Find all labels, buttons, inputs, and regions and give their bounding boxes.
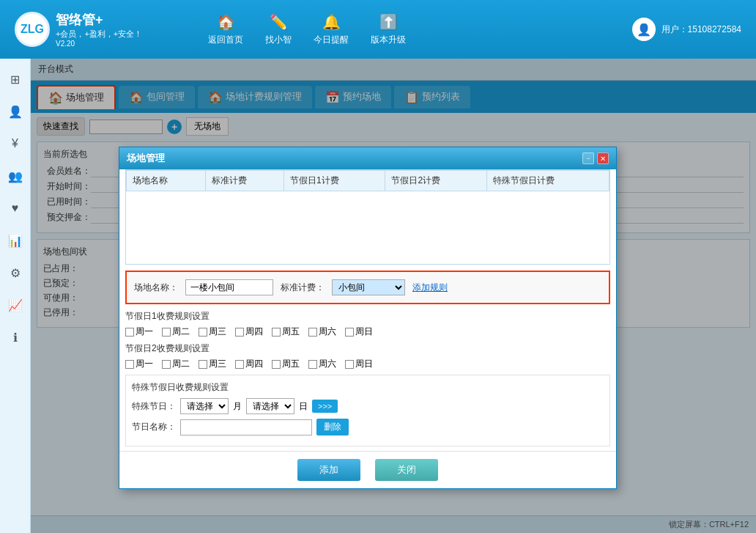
venue-table: 场地名称 标准计费 节假日1计费 节假日2计费 特殊节假日计费	[126, 170, 609, 191]
upgrade-nav-icon: ⬆️	[379, 13, 398, 31]
nav-assistant[interactable]: ✏️ 找小智	[265, 13, 292, 46]
sidebar-icon-trend[interactable]: 📈	[2, 292, 29, 318]
logo-area: ZLG 智络管+ +会员，+盈利，+安全！ V2.20	[15, 11, 142, 48]
col-standard-fee: 标准计费	[205, 171, 284, 191]
standard-fee-form-label: 标准计费：	[281, 282, 325, 294]
holiday-name-label: 节日名称：	[132, 421, 176, 433]
holiday1-thu[interactable]: 周四	[235, 326, 263, 338]
holiday1-mon[interactable]: 周一	[125, 326, 153, 338]
col-holiday1-fee: 节假日1计费	[284, 171, 385, 191]
nav-reminder[interactable]: 🔔 今日提醒	[314, 13, 349, 46]
nav-upgrade[interactable]: ⬆️ 版本升级	[371, 13, 406, 46]
special-holiday-label: 特殊节日：	[132, 400, 176, 413]
sidebar-icon-member[interactable]: 👤	[2, 98, 29, 125]
user-label: 用户：15108272584	[662, 23, 741, 36]
delete-button[interactable]: 删除	[316, 419, 349, 435]
holiday1-title: 节假日1收费规则设置	[125, 310, 610, 323]
holiday1-mon-checkbox[interactable]	[125, 328, 134, 337]
venue-table-container: 场地名称 标准计费 节假日1计费 节假日2计费 特殊节假日计费	[125, 169, 610, 265]
sidebar-icon-chart[interactable]: 📊	[2, 227, 29, 254]
holiday1-fri-checkbox[interactable]	[272, 328, 281, 337]
holiday2-thu[interactable]: 周四	[235, 358, 263, 370]
assistant-nav-icon: ✏️	[270, 13, 288, 31]
day-label: 日	[299, 400, 308, 413]
holiday1-tue-checkbox[interactable]	[162, 328, 171, 337]
sidebar-icon-info[interactable]: ℹ	[2, 324, 29, 350]
reminder-nav-icon: 🔔	[322, 13, 341, 31]
holiday2-tue[interactable]: 周二	[162, 358, 190, 370]
special-holiday-date-row: 特殊节日： 请选择 月 请选择 日 >>>	[132, 398, 604, 414]
venue-name-input[interactable]	[185, 279, 273, 295]
user-avatar: 👤	[632, 18, 656, 41]
holiday2-mon[interactable]: 周一	[125, 358, 153, 370]
holiday2-wed[interactable]: 周三	[199, 358, 226, 370]
holiday1-days-row: 周一 周二 周三 周四 周五 周六 周日	[125, 326, 610, 338]
holiday2-fri-checkbox[interactable]	[272, 360, 281, 369]
sidebar-icon-money[interactable]: ¥	[2, 131, 29, 157]
header: ZLG 智络管+ +会员，+盈利，+安全！ V2.20 🏠 返回首页 ✏️ 找小…	[0, 0, 756, 59]
holiday1-sun-checkbox[interactable]	[345, 328, 354, 337]
holiday1-tue[interactable]: 周二	[162, 326, 190, 338]
close-modal-button[interactable]: 关闭	[375, 459, 438, 481]
day-select[interactable]: 请选择	[246, 398, 294, 414]
home-nav-icon: 🏠	[217, 13, 235, 31]
holiday1-sat[interactable]: 周六	[308, 326, 336, 338]
header-right: 👤 用户：15108272584	[632, 18, 741, 41]
holiday1-sat-checkbox[interactable]	[308, 328, 317, 337]
sidebar-icon-settings[interactable]: ⚙	[2, 260, 29, 286]
app-version: V2.20	[56, 40, 142, 48]
col-venue-name: 场地名称	[127, 171, 206, 191]
add-button[interactable]: 添加	[297, 459, 360, 481]
holiday2-sun[interactable]: 周日	[345, 358, 373, 370]
month-select[interactable]: 请选择	[180, 398, 229, 414]
modal-title: 场地管理	[127, 152, 165, 165]
sidebar: ⊞ 👤 ¥ 👥 ♥ 📊 ⚙ 📈 ℹ	[0, 59, 31, 533]
holiday2-sat[interactable]: 周六	[308, 358, 336, 370]
holiday1-wed[interactable]: 周三	[199, 326, 226, 338]
modal-close-button[interactable]: ✕	[597, 152, 609, 164]
holiday1-wed-checkbox[interactable]	[199, 328, 207, 337]
holiday1-section: 节假日1收费规则设置 周一 周二 周三 周四 周五 周六 周日	[125, 310, 610, 338]
holiday2-mon-checkbox[interactable]	[125, 360, 134, 369]
add-rule-link[interactable]: 添加规则	[412, 282, 448, 294]
holiday2-sun-checkbox[interactable]	[345, 360, 354, 369]
logo-icon: ZLG	[15, 12, 50, 47]
sidebar-icon-people[interactable]: 👥	[2, 163, 29, 189]
main-area: 开台模式 🏠 场地管理 🏠 包间管理 🏠 场地计费规则管理 📅 预约场地 📋 预…	[31, 59, 756, 533]
holiday2-sat-checkbox[interactable]	[308, 360, 317, 369]
special-holiday-section: 特殊节假日收费规则设置 特殊节日： 请选择 月 请选择 日 >>> 节日名称： …	[125, 375, 610, 446]
holiday-name-input[interactable]	[180, 419, 312, 435]
standard-fee-select[interactable]: 小包间 中包间 大包间 标准	[332, 279, 405, 295]
venue-form-row: 场地名称： 标准计费： 小包间 中包间 大包间 标准 添加规则	[134, 279, 601, 295]
nav-home[interactable]: 🏠 返回首页	[208, 13, 243, 46]
modal-footer: 添加 关闭	[119, 451, 616, 488]
special-holiday-title: 特殊节假日收费规则设置	[132, 381, 604, 394]
holiday-name-row: 节日名称： 删除	[132, 419, 604, 435]
venue-management-modal: 场地管理 － ✕ 场地名称 标准计费 节假日1计费 节假日2计费 特殊节假日计费	[119, 147, 617, 489]
nav-assistant-label: 找小智	[265, 34, 292, 46]
month-label: 月	[233, 400, 242, 413]
modal-minimize-button[interactable]: －	[582, 152, 594, 164]
header-nav: 🏠 返回首页 ✏️ 找小智 🔔 今日提醒 ⬆️ 版本升级	[208, 13, 406, 46]
holiday2-wed-checkbox[interactable]	[199, 360, 207, 369]
sidebar-icon-heart[interactable]: ♥	[2, 195, 29, 221]
arrow-button[interactable]: >>>	[312, 400, 338, 413]
nav-reminder-label: 今日提醒	[314, 34, 349, 46]
nav-upgrade-label: 版本升级	[371, 34, 406, 46]
sidebar-icon-home[interactable]: ⊞	[2, 66, 29, 92]
holiday2-section: 节假日2收费规则设置 周一 周二 周三 周四 周五 周六 周日	[125, 342, 610, 370]
holiday2-tue-checkbox[interactable]	[162, 360, 171, 369]
logo-text-block: 智络管+ +会员，+盈利，+安全！ V2.20	[56, 11, 142, 48]
holiday2-fri[interactable]: 周五	[272, 358, 300, 370]
holiday1-fri[interactable]: 周五	[272, 326, 300, 338]
modal-controls: － ✕	[582, 152, 609, 164]
modal-titlebar: 场地管理 － ✕	[119, 147, 616, 169]
nav-home-label: 返回首页	[208, 34, 243, 46]
app-slogan: +会员，+盈利，+安全！	[56, 29, 142, 40]
holiday1-sun[interactable]: 周日	[345, 326, 373, 338]
app-name: 智络管+	[56, 11, 142, 29]
holiday1-thu-checkbox[interactable]	[235, 328, 244, 337]
holiday2-days-row: 周一 周二 周三 周四 周五 周六 周日	[125, 358, 610, 370]
venue-name-form-label: 场地名称：	[134, 282, 178, 294]
holiday2-thu-checkbox[interactable]	[235, 360, 244, 369]
